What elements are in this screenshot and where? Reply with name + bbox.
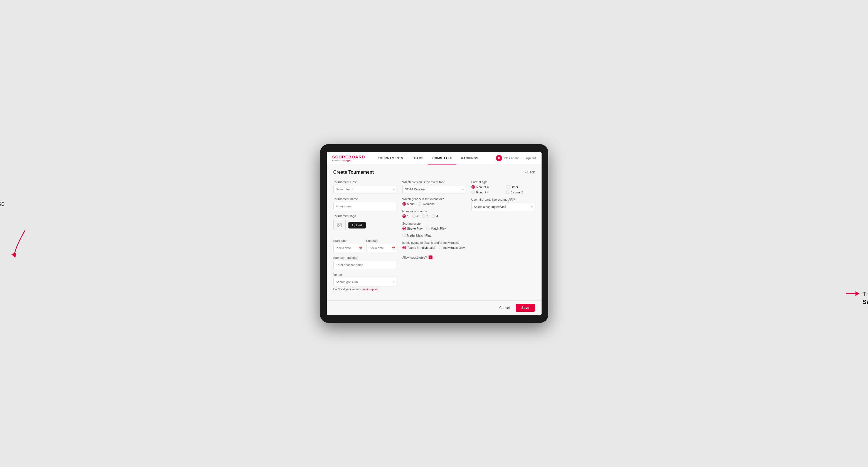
venue-email-link[interactable]: email support (362, 288, 378, 291)
nav-separator: | (522, 156, 522, 160)
nav-teams[interactable]: TEAMS (408, 152, 428, 164)
form-col-3: Format type 5 count 4 Other (471, 180, 535, 295)
logo-area: SCOREBOARD Powered by clippd (332, 154, 365, 162)
scoring-api-wrapper: Select a scoring service (471, 203, 535, 211)
substitutes-label: Allow substitutes? (402, 256, 427, 259)
form-grid: Tournament Host Tournament name Tourname… (333, 180, 535, 295)
rounds-3-radio[interactable] (422, 214, 426, 218)
form-col-1: Tournament Host Tournament name Tourname… (333, 180, 397, 295)
substitutes-checkbox[interactable]: ✓ (429, 255, 432, 259)
gender-womens-radio[interactable] (418, 202, 421, 206)
teams-section: Is this event for Teams and/or Individua… (402, 241, 466, 249)
tournament-logo-label: Tournament logo (333, 214, 397, 218)
rounds-4-radio[interactable] (432, 214, 435, 218)
end-date-input[interactable] (366, 244, 397, 252)
scoring-stroke-play[interactable]: Stroke Play (402, 226, 423, 230)
teams-radio-group: Teams (+Individuals) Individuals Only (402, 246, 466, 249)
tablet-screen: SCOREBOARD Powered by clippd TOURNAMENTS… (327, 152, 541, 315)
sponsor-section: Sponsor (optional) (333, 256, 397, 269)
individuals-only[interactable]: Individuals Only (439, 246, 465, 249)
scoring-api-select[interactable]: Select a scoring service (471, 203, 535, 211)
tournament-logo-section: Tournament logo Upload (333, 214, 397, 235)
svg-marker-0 (11, 253, 16, 258)
nav-tournaments[interactable]: TOURNAMENTS (373, 152, 408, 164)
division-select[interactable]: NCAA Division I (402, 185, 466, 193)
teams-plus-individuals[interactable]: Teams (+Individuals) (402, 246, 435, 249)
individuals-radio[interactable] (439, 246, 442, 249)
division-label: Which division is the event for? (402, 180, 466, 184)
gender-radio-group: Mens Womens (402, 202, 466, 206)
avatar: B (496, 155, 502, 161)
cancel-button[interactable]: Cancel (496, 304, 513, 311)
format-type-section: Format type 5 count 4 Other (471, 180, 535, 194)
start-date-section: Start date (333, 239, 364, 252)
format-5count4[interactable]: 5 count 4 (471, 185, 500, 189)
format-other-radio[interactable] (506, 185, 509, 189)
sign-out-link[interactable]: Sign out (525, 156, 536, 160)
main-content: Create Tournament ‹ Back Tournament Host (327, 164, 541, 300)
format-other[interactable]: Other (506, 185, 535, 189)
logo-upload-area: Upload (333, 219, 397, 231)
user-name: blair admin (504, 156, 519, 160)
nav-committee[interactable]: COMMITTEE (428, 152, 457, 164)
nav-bar: SCOREBOARD Powered by clippd TOURNAMENTS… (327, 152, 541, 164)
start-date-label: Start date (333, 239, 364, 242)
scoring-section: Scoring system Stroke Play Match Play (402, 222, 466, 237)
rounds-1[interactable]: 1 (402, 214, 409, 218)
back-link[interactable]: ‹ Back (525, 170, 535, 174)
date-row: Start date End date (333, 239, 397, 252)
tablet-device: SCOREBOARD Powered by clippd TOURNAMENTS… (320, 144, 548, 323)
svg-point-2 (338, 224, 339, 225)
format-6count4[interactable]: 6 count 4 (471, 190, 500, 194)
format-6count5[interactable]: 6 count 5 (506, 190, 535, 194)
annotation-left: Click here to allow the use of substitut… (0, 200, 6, 224)
scoring-medal-match[interactable]: Medal Match Play (402, 234, 431, 237)
sponsor-label: Sponsor (optional) (333, 256, 397, 259)
scoring-api-label: Use third-party live scoring API? (471, 198, 535, 201)
gender-mens[interactable]: Mens (402, 202, 415, 206)
gender-womens[interactable]: Womens (418, 202, 434, 206)
scoring-medal-radio[interactable] (402, 234, 406, 237)
teams-radio[interactable] (402, 246, 406, 249)
scoring-match-radio[interactable] (426, 226, 430, 230)
format-radio-grid: 5 count 4 Other 6 count 4 (471, 185, 535, 194)
save-button[interactable]: Save (516, 304, 535, 312)
scoring-stroke-radio[interactable] (402, 226, 406, 230)
format-6count5-radio[interactable] (506, 190, 509, 194)
gender-label: Which gender is the event for? (402, 197, 466, 201)
format-6count4-radio[interactable] (471, 190, 475, 194)
rounds-2[interactable]: 2 (412, 214, 418, 218)
nav-rankings[interactable]: RANKINGS (456, 152, 483, 164)
tournament-host-input[interactable] (333, 185, 397, 193)
form-footer: Cancel Save (327, 300, 541, 315)
venue-note: Can't find your venue? email support (333, 288, 397, 291)
tournament-host-wrapper (333, 185, 397, 193)
rounds-label: Number of rounds (402, 210, 466, 213)
venue-section: Venue Can't find your venue? email suppo… (333, 273, 397, 291)
start-date-input[interactable] (333, 244, 364, 252)
arrow-right-icon (843, 285, 865, 302)
scoring-api-section: Use third-party live scoring API? Select… (471, 198, 535, 211)
logo-placeholder (333, 219, 346, 231)
form-col-2: Which division is the event for? NCAA Di… (402, 180, 466, 295)
rounds-3[interactable]: 3 (422, 214, 428, 218)
annotation-right: Then click Save. (862, 290, 868, 306)
tournament-name-input[interactable] (333, 202, 397, 210)
scoring-match-play[interactable]: Match Play (426, 226, 446, 230)
format-5count4-radio[interactable] (471, 185, 475, 189)
rounds-1-radio[interactable] (402, 214, 406, 218)
rounds-radio-group: 1 2 3 (402, 214, 466, 218)
nav-links: TOURNAMENTS TEAMS COMMITTEE RANKINGS (373, 152, 496, 164)
tournament-name-section: Tournament name (333, 197, 397, 210)
division-section: Which division is the event for? NCAA Di… (402, 180, 466, 193)
sponsor-input[interactable] (333, 261, 397, 269)
end-date-section: End date (366, 239, 397, 252)
gender-mens-radio[interactable] (402, 202, 406, 206)
rounds-2-radio[interactable] (412, 214, 416, 218)
end-date-label: End date (366, 239, 397, 242)
upload-button[interactable]: Upload (348, 222, 366, 228)
end-date-wrapper (366, 244, 397, 252)
rounds-4[interactable]: 4 (432, 214, 438, 218)
venue-input[interactable] (333, 278, 397, 286)
teams-label: Is this event for Teams and/or Individua… (402, 241, 466, 244)
